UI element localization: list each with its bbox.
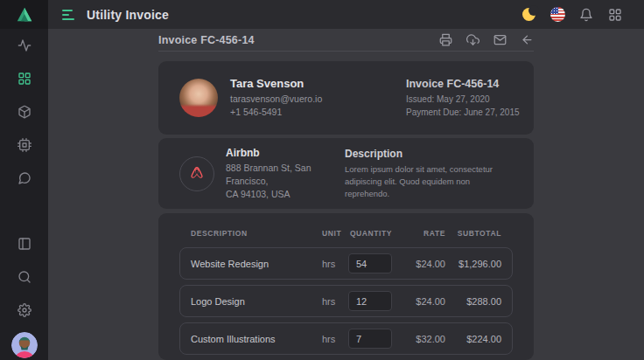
search-icon	[18, 270, 32, 284]
item-unit: hrs	[322, 334, 348, 344]
table-row: Logo Design hrs $24.00 $288.00	[179, 285, 513, 317]
description-label: Description	[345, 148, 513, 160]
item-subtotal: $224.00	[445, 334, 501, 344]
theme-toggle-button[interactable]	[521, 7, 536, 23]
company-address-line1: 888 Brannan St, San Francisco,	[226, 162, 345, 188]
item-unit: hrs	[322, 296, 348, 307]
airbnb-icon	[187, 164, 206, 183]
sidebar-item-components[interactable]	[0, 95, 48, 128]
sidebar-item-elements[interactable]	[0, 128, 48, 162]
sidebar-item-messages[interactable]	[0, 162, 48, 195]
company-name: Airbnb	[226, 147, 345, 159]
table-row: Website Redesign hrs $24.00 $1,296.00	[179, 247, 513, 280]
recipient-card: Tara Svenson tarasvenson@vuero.io +1 546…	[158, 61, 534, 135]
apps-menu-button[interactable]	[607, 7, 623, 23]
moon-icon	[522, 8, 536, 21]
item-subtotal: $1,296.00	[445, 259, 501, 269]
header-description: DESCRIPTION	[191, 229, 322, 238]
recipient-email: tarasvenson@vuero.io	[230, 93, 322, 106]
sidebar-item-search[interactable]	[0, 260, 48, 294]
menu-toggle-button[interactable]	[62, 10, 74, 20]
sidebar-item-dashboards[interactable]	[0, 62, 48, 95]
quantity-input[interactable]	[348, 291, 392, 311]
arrow-left-icon	[521, 33, 534, 46]
page-title: Utility Invoice	[87, 8, 169, 22]
item-rate: $24.00	[394, 259, 445, 269]
printer-icon	[439, 33, 452, 46]
invoice-number-heading: Invoice FC-456-14	[158, 34, 255, 46]
header-unit: UNIT	[322, 229, 348, 238]
items-table-header: DESCRIPTION UNIT QUANTITY RATE SUBTOTAL	[179, 229, 513, 238]
recipient-name: Tara Svenson	[230, 77, 322, 90]
company-address-line2: CA 94103, USA	[226, 188, 345, 201]
invoice-actions	[439, 33, 534, 46]
company-card: Airbnb 888 Brannan St, San Francisco, CA…	[158, 138, 534, 209]
recipient-phone: +1 546-5491	[230, 106, 322, 119]
item-description: Website Redesign	[191, 259, 322, 269]
table-row: Custom Illustrations hrs $32.00 $224.00	[179, 322, 513, 355]
quantity-input[interactable]	[348, 253, 392, 273]
apps-grid-icon	[608, 8, 622, 22]
logo-triangle-icon	[15, 5, 34, 24]
download-button[interactable]	[466, 33, 480, 46]
header-rate: RATE	[394, 229, 445, 238]
language-selector[interactable]	[550, 7, 565, 23]
quantity-input[interactable]	[348, 329, 392, 349]
invoice-meta: Invoice FC-456-14 Issued: May 27, 2020 P…	[406, 78, 513, 119]
invoice-items-card: DESCRIPTION UNIT QUANTITY RATE SUBTOTAL …	[158, 213, 534, 360]
settings-gear-icon	[18, 303, 32, 317]
main-content: Invoice FC-456-14 T	[48, 29, 644, 360]
sidebar-item-activity[interactable]	[0, 29, 48, 62]
item-description: Custom Illustrations	[191, 334, 322, 344]
header-subtotal: SUBTOTAL	[445, 229, 501, 238]
company-logo	[179, 156, 214, 191]
topbar: Utility Invoice	[48, 0, 644, 29]
item-subtotal: $288.00	[445, 296, 501, 307]
notifications-button[interactable]	[578, 7, 594, 23]
cpu-icon	[18, 138, 32, 152]
mail-icon	[494, 33, 507, 46]
dashboard-grid-icon	[18, 72, 32, 86]
box-icon	[18, 105, 32, 119]
send-mail-button[interactable]	[494, 33, 507, 46]
topbar-actions	[521, 7, 644, 23]
item-unit: hrs	[322, 259, 348, 269]
print-button[interactable]	[439, 33, 452, 46]
back-button[interactable]	[521, 33, 534, 46]
header-quantity: QUANTITY	[348, 229, 394, 238]
recipient-info: Tara Svenson tarasvenson@vuero.io +1 546…	[179, 77, 322, 119]
activity-icon	[18, 38, 32, 52]
cloud-download-icon	[466, 33, 480, 46]
user-avatar-illustration	[11, 332, 38, 358]
user-avatar[interactable]	[11, 332, 38, 358]
item-description: Logo Design	[191, 296, 322, 307]
panels-icon	[18, 237, 32, 251]
invoice-due-date: Payment Due: June 27, 2015	[406, 106, 513, 119]
sidebar-item-panels[interactable]	[0, 227, 48, 260]
sidebar-bottom-nav	[0, 227, 48, 360]
chat-bubble-icon	[18, 171, 32, 185]
item-rate: $32.00	[394, 334, 445, 344]
invoice-issued-date: Issued: May 27, 2020	[406, 93, 513, 106]
bell-icon	[579, 8, 593, 22]
recipient-photo	[179, 79, 218, 117]
sidebar	[0, 0, 48, 360]
sidebar-nav	[0, 29, 48, 195]
sidebar-item-settings[interactable]	[0, 294, 48, 327]
app-logo[interactable]	[0, 0, 48, 29]
description-text: Lorem ipsum dolor sit amet, consectetur …	[345, 163, 513, 200]
invoice-number: Invoice FC-456-14	[406, 78, 513, 90]
us-flag-icon	[550, 7, 565, 22]
invoice-subheader: Invoice FC-456-14	[158, 29, 534, 52]
company-info: Airbnb 888 Brannan St, San Francisco, CA…	[179, 147, 345, 201]
invoice-description: Description Lorem ipsum dolor sit amet, …	[345, 148, 513, 200]
item-rate: $24.00	[394, 296, 445, 307]
